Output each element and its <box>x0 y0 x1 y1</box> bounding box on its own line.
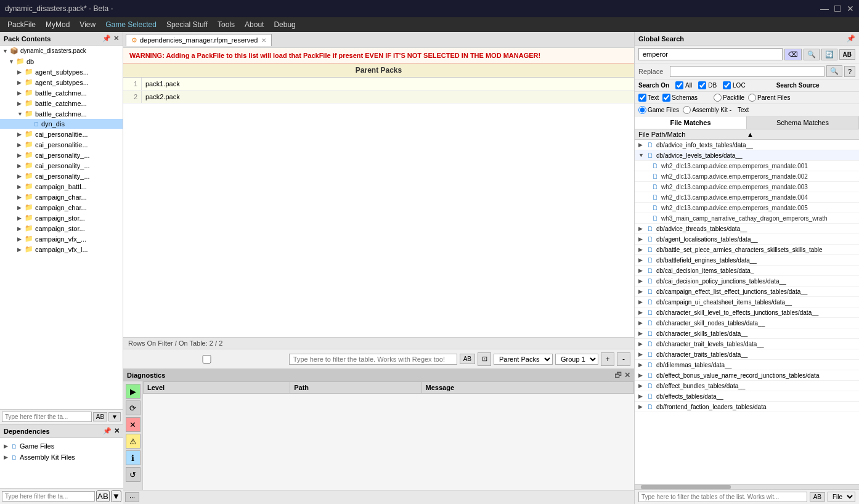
file-entry[interactable]: ▶ 🗋 db/dilemmas_tables/data__ <box>635 360 859 370</box>
filter-add-button[interactable]: + <box>601 352 614 366</box>
filter-group-select[interactable]: Group 1 <box>555 354 598 365</box>
diag-run-button[interactable]: ▶ <box>126 384 140 399</box>
tab-close-button[interactable]: ✕ <box>261 37 266 44</box>
tree-item[interactable]: ▶ 📁 cai_personalitie... <box>0 139 123 150</box>
diag-info-filter[interactable]: ℹ <box>126 450 140 465</box>
sub-file-entry[interactable]: 🗋 wh2_dlc13.camp.advice.emp.emperors_man… <box>635 161 859 171</box>
search-find-button[interactable]: 🔍 <box>804 49 820 60</box>
search-schemas-checkbox[interactable] <box>662 94 670 102</box>
deps-assembly-kit[interactable]: ▶ 🗋 Assembly Kit Files <box>2 452 121 463</box>
search-footer-select[interactable]: File <box>828 492 855 502</box>
menu-game-selected[interactable]: Game Selected <box>100 19 161 30</box>
deps-close[interactable]: ✕ <box>114 427 120 435</box>
file-entry[interactable]: ▶ 🗋 db/advice_threads_tables/data__ <box>635 224 859 234</box>
sub-file-entry[interactable]: 🗋 wh2_dlc13.camp.advice.emp.emperors_man… <box>635 171 859 182</box>
file-entry[interactable]: ▶ 🗋 db/campaign_ui_cheatsheet_items_tabl… <box>635 297 859 307</box>
deps-filter-sort-button[interactable]: ▼ <box>111 490 121 502</box>
scroll-up-icon[interactable]: ▲ <box>747 131 855 138</box>
tree-item[interactable]: ▶ 📁 agent_subtypes... <box>0 77 123 87</box>
tree-item[interactable]: ▶ 📁 campaign_battl... <box>0 181 123 192</box>
tree-item[interactable]: ▶ 📁 agent_subtypes... <box>0 67 123 77</box>
tree-item[interactable]: ▶ 📁 battle_catchme... <box>0 98 123 108</box>
file-entry[interactable]: ▶ 🗋 db/character_skills_tables/data__ <box>635 328 859 339</box>
pack-filter-sort-button[interactable]: ▼ <box>108 412 121 421</box>
sub-file-entry[interactable]: 🗋 wh2_dlc13.camp.advice.emp.emperors_man… <box>635 192 859 203</box>
minimize-button[interactable]: — <box>820 4 829 14</box>
table-row[interactable]: 2 pack2.pack <box>123 91 634 104</box>
table-filter-input[interactable] <box>289 354 457 365</box>
global-search-pin[interactable]: 📌 <box>847 35 855 43</box>
search-ab-button[interactable]: AB <box>839 49 855 60</box>
menu-tools[interactable]: Tools <box>213 19 240 30</box>
tree-item[interactable]: ▶ 📁 cai_personality_... <box>0 160 123 171</box>
filter-area-select[interactable]: Parent Packs <box>494 354 553 365</box>
deps-game-files[interactable]: ▶ 🗋 Game Files <box>2 441 121 452</box>
file-entry-expanded[interactable]: ▼ 🗋 db/advice_levels_tables/data__ <box>635 150 859 161</box>
search-replace-button[interactable]: 🔄 <box>821 49 837 60</box>
file-entry[interactable]: ▶ 🗋 db/character_traits_tables/data__ <box>635 349 859 360</box>
filter-remove-button[interactable]: - <box>617 352 630 366</box>
filter-case-button[interactable]: ⊡ <box>478 352 491 366</box>
file-entry[interactable]: ▶ 🗋 db/agent_localisations_tables/data__ <box>635 234 859 245</box>
maximize-button[interactable]: ☐ <box>834 4 842 14</box>
file-entry[interactable]: ▶ 🗋 db/character_trait_levels_tables/dat… <box>635 339 859 349</box>
tree-db[interactable]: ▼ 📁 db <box>0 56 123 67</box>
file-entry[interactable]: ▶ 🗋 db/advice_info_texts_tables/data__ <box>635 140 859 150</box>
close-button[interactable]: ✕ <box>847 4 854 14</box>
sub-file-entry[interactable]: 🗋 wh2_dlc13.camp.advice.emp.emperors_man… <box>635 182 859 192</box>
file-entry[interactable]: ▶ 🗋 db/battlefield_engines_tables/data__ <box>635 255 859 266</box>
filter-checkbox[interactable] <box>127 355 287 364</box>
tree-item[interactable]: ▶ 📁 cai_personalitie... <box>0 129 123 139</box>
file-entry[interactable]: ▶ 🗋 db/effect_bonus_value_name_record_ju… <box>635 370 859 381</box>
diag-more-button[interactable]: ··· <box>125 492 139 502</box>
diag-refresh-button[interactable]: ↺ <box>126 467 140 482</box>
search-text-checkbox[interactable] <box>638 94 646 102</box>
sub-file-entry[interactable]: 🗋 wh3_main_camp_narrative_cathay_dragon_… <box>635 213 859 224</box>
search-all-checkbox[interactable] <box>675 81 683 89</box>
menu-view[interactable]: View <box>75 19 100 30</box>
file-entry[interactable]: ▶ 🗋 db/character_skill_level_to_effects_… <box>635 307 859 318</box>
file-entry[interactable]: ▶ 🗋 db/effects_tables/data__ <box>635 391 859 402</box>
tree-item[interactable]: ▶ 📁 campaign_char... <box>0 202 123 213</box>
file-entry[interactable]: ▶ 🗋 db/battle_set_piece_armies_character… <box>635 245 859 255</box>
tree-item[interactable]: ▶ 📁 campaign_char... <box>0 192 123 202</box>
file-entry[interactable]: ▶ 🗋 db/frontend_faction_leaders_tables/d… <box>635 402 859 412</box>
sub-file-entry[interactable]: 🗋 wh2_dlc13.camp.advice.emp.emperors_man… <box>635 203 859 213</box>
tab-deps-manager[interactable]: ⚙ dependencies_manager.rfpm_reserved ✕ <box>126 34 272 46</box>
search-clear-button[interactable]: ⌫ <box>784 49 802 60</box>
tree-item-dyn-dis[interactable]: 🗋 dyn_dis <box>0 119 123 129</box>
tree-item[interactable]: ▶ 📁 campaign_vfx_... <box>0 234 123 244</box>
pack-contents-close[interactable]: ✕ <box>113 35 119 43</box>
global-search-input[interactable] <box>638 48 783 60</box>
search-assemblykit-radio[interactable] <box>683 106 691 114</box>
pack-filter-input[interactable] <box>2 412 92 422</box>
deps-filter-input[interactable] <box>2 491 95 502</box>
tree-item[interactable]: ▶ 📁 campaign_vfx_l... <box>0 244 123 254</box>
diag-close-button[interactable]: ✕ <box>624 371 630 380</box>
search-parent-radio[interactable] <box>748 94 756 102</box>
file-entry[interactable]: ▶ 🗋 db/cai_decision_items_tables/data_ <box>635 266 859 276</box>
diag-error-filter[interactable]: ✕ <box>126 417 140 432</box>
filter-ab-button[interactable]: AB <box>460 354 475 364</box>
file-entry[interactable]: ▶ 🗋 db/effect_bundles_tables/data__ <box>635 381 859 391</box>
table-row[interactable]: 1 pack1.pack <box>123 78 634 91</box>
tree-item[interactable]: ▶ 📁 campaign_stor... <box>0 213 123 223</box>
deps-filter-ab-button[interactable]: AB <box>96 490 110 502</box>
pack-contents-pin[interactable]: 📌 <box>102 35 111 43</box>
replace-input[interactable] <box>670 66 824 77</box>
tab-file-matches[interactable]: File Matches <box>635 116 747 129</box>
tree-root[interactable]: ▼ 📦 dynamic_disasters.pack <box>0 46 123 56</box>
file-entry[interactable]: ▶ 🗋 db/character_skill_nodes_tables/data… <box>635 318 859 328</box>
tree-item[interactable]: ▶ 📁 cai_personality_... <box>0 171 123 181</box>
tree-item[interactable]: ▼ 📁 battle_catchme... <box>0 108 123 119</box>
search-footer-filter-input[interactable] <box>638 492 807 502</box>
search-packfile-radio[interactable] <box>714 94 722 102</box>
diag-warn-filter[interactable]: ⚠ <box>126 434 140 449</box>
search-footer-ab-button[interactable]: AB <box>810 492 825 502</box>
tree-item[interactable]: ▶ 📁 battle_catchme... <box>0 87 123 98</box>
diag-restore-button[interactable]: 🗗 <box>614 371 622 380</box>
search-gamefiles-radio[interactable] <box>638 106 646 114</box>
file-entry[interactable]: ▶ 🗋 db/cai_decision_policy_junctions_tab… <box>635 276 859 287</box>
tree-item[interactable]: ▶ 📁 cai_personality_... <box>0 150 123 160</box>
search-db-checkbox[interactable] <box>698 81 706 89</box>
